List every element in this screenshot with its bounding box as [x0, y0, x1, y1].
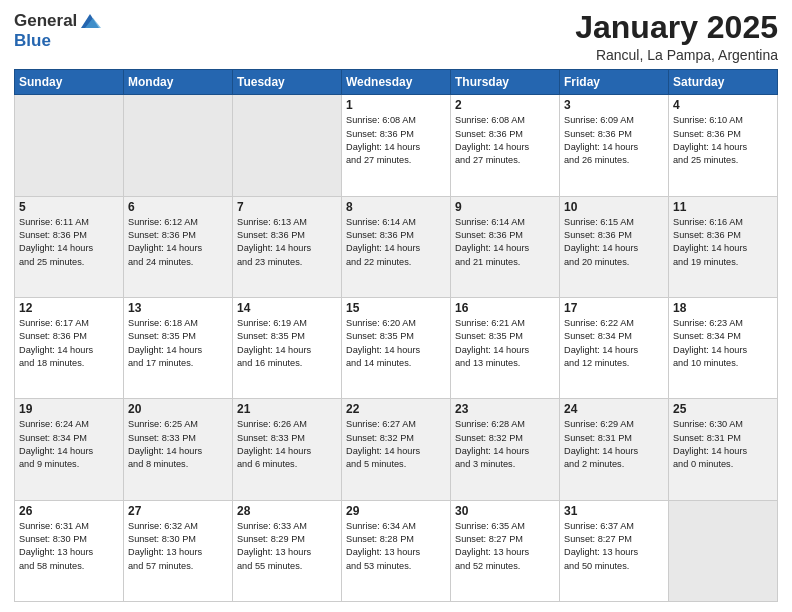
table-row: 17Sunrise: 6:22 AM Sunset: 8:34 PM Dayli… — [560, 297, 669, 398]
day-number: 18 — [673, 301, 773, 315]
day-number: 26 — [19, 504, 119, 518]
day-number: 6 — [128, 200, 228, 214]
day-number: 5 — [19, 200, 119, 214]
day-number: 24 — [564, 402, 664, 416]
logo-blue: Blue — [14, 32, 51, 51]
table-row: 24Sunrise: 6:29 AM Sunset: 8:31 PM Dayli… — [560, 399, 669, 500]
day-info: Sunrise: 6:20 AM Sunset: 8:35 PM Dayligh… — [346, 317, 446, 370]
day-number: 22 — [346, 402, 446, 416]
table-row: 23Sunrise: 6:28 AM Sunset: 8:32 PM Dayli… — [451, 399, 560, 500]
calendar-week-row: 1Sunrise: 6:08 AM Sunset: 8:36 PM Daylig… — [15, 95, 778, 196]
header-tuesday: Tuesday — [233, 70, 342, 95]
table-row — [124, 95, 233, 196]
table-row: 20Sunrise: 6:25 AM Sunset: 8:33 PM Dayli… — [124, 399, 233, 500]
day-number: 13 — [128, 301, 228, 315]
table-row: 26Sunrise: 6:31 AM Sunset: 8:30 PM Dayli… — [15, 500, 124, 601]
day-info: Sunrise: 6:25 AM Sunset: 8:33 PM Dayligh… — [128, 418, 228, 471]
day-number: 10 — [564, 200, 664, 214]
day-number: 12 — [19, 301, 119, 315]
day-info: Sunrise: 6:12 AM Sunset: 8:36 PM Dayligh… — [128, 216, 228, 269]
table-row: 7Sunrise: 6:13 AM Sunset: 8:36 PM Daylig… — [233, 196, 342, 297]
table-row: 28Sunrise: 6:33 AM Sunset: 8:29 PM Dayli… — [233, 500, 342, 601]
day-info: Sunrise: 6:16 AM Sunset: 8:36 PM Dayligh… — [673, 216, 773, 269]
day-info: Sunrise: 6:08 AM Sunset: 8:36 PM Dayligh… — [455, 114, 555, 167]
day-info: Sunrise: 6:22 AM Sunset: 8:34 PM Dayligh… — [564, 317, 664, 370]
day-info: Sunrise: 6:15 AM Sunset: 8:36 PM Dayligh… — [564, 216, 664, 269]
day-info: Sunrise: 6:14 AM Sunset: 8:36 PM Dayligh… — [346, 216, 446, 269]
day-number: 8 — [346, 200, 446, 214]
table-row: 5Sunrise: 6:11 AM Sunset: 8:36 PM Daylig… — [15, 196, 124, 297]
day-info: Sunrise: 6:08 AM Sunset: 8:36 PM Dayligh… — [346, 114, 446, 167]
calendar-table: Sunday Monday Tuesday Wednesday Thursday… — [14, 69, 778, 602]
table-row — [669, 500, 778, 601]
calendar-week-row: 5Sunrise: 6:11 AM Sunset: 8:36 PM Daylig… — [15, 196, 778, 297]
table-row: 11Sunrise: 6:16 AM Sunset: 8:36 PM Dayli… — [669, 196, 778, 297]
calendar-week-row: 12Sunrise: 6:17 AM Sunset: 8:36 PM Dayli… — [15, 297, 778, 398]
header-monday: Monday — [124, 70, 233, 95]
header-thursday: Thursday — [451, 70, 560, 95]
day-info: Sunrise: 6:14 AM Sunset: 8:36 PM Dayligh… — [455, 216, 555, 269]
day-info: Sunrise: 6:37 AM Sunset: 8:27 PM Dayligh… — [564, 520, 664, 573]
title-block: January 2025 Rancul, La Pampa, Argentina — [575, 10, 778, 63]
day-number: 28 — [237, 504, 337, 518]
table-row: 3Sunrise: 6:09 AM Sunset: 8:36 PM Daylig… — [560, 95, 669, 196]
day-info: Sunrise: 6:21 AM Sunset: 8:35 PM Dayligh… — [455, 317, 555, 370]
calendar-subtitle: Rancul, La Pampa, Argentina — [575, 47, 778, 63]
day-info: Sunrise: 6:32 AM Sunset: 8:30 PM Dayligh… — [128, 520, 228, 573]
day-number: 27 — [128, 504, 228, 518]
day-info: Sunrise: 6:35 AM Sunset: 8:27 PM Dayligh… — [455, 520, 555, 573]
day-number: 14 — [237, 301, 337, 315]
calendar-week-row: 26Sunrise: 6:31 AM Sunset: 8:30 PM Dayli… — [15, 500, 778, 601]
header-wednesday: Wednesday — [342, 70, 451, 95]
day-info: Sunrise: 6:19 AM Sunset: 8:35 PM Dayligh… — [237, 317, 337, 370]
day-info: Sunrise: 6:30 AM Sunset: 8:31 PM Dayligh… — [673, 418, 773, 471]
table-row: 4Sunrise: 6:10 AM Sunset: 8:36 PM Daylig… — [669, 95, 778, 196]
table-row: 8Sunrise: 6:14 AM Sunset: 8:36 PM Daylig… — [342, 196, 451, 297]
day-number: 4 — [673, 98, 773, 112]
table-row: 6Sunrise: 6:12 AM Sunset: 8:36 PM Daylig… — [124, 196, 233, 297]
day-number: 7 — [237, 200, 337, 214]
day-number: 31 — [564, 504, 664, 518]
day-number: 3 — [564, 98, 664, 112]
table-row: 10Sunrise: 6:15 AM Sunset: 8:36 PM Dayli… — [560, 196, 669, 297]
header-friday: Friday — [560, 70, 669, 95]
table-row: 16Sunrise: 6:21 AM Sunset: 8:35 PM Dayli… — [451, 297, 560, 398]
day-number: 1 — [346, 98, 446, 112]
table-row: 31Sunrise: 6:37 AM Sunset: 8:27 PM Dayli… — [560, 500, 669, 601]
table-row: 27Sunrise: 6:32 AM Sunset: 8:30 PM Dayli… — [124, 500, 233, 601]
table-row: 25Sunrise: 6:30 AM Sunset: 8:31 PM Dayli… — [669, 399, 778, 500]
weekday-header-row: Sunday Monday Tuesday Wednesday Thursday… — [15, 70, 778, 95]
day-info: Sunrise: 6:17 AM Sunset: 8:36 PM Dayligh… — [19, 317, 119, 370]
header: General Blue January 2025 Rancul, La Pam… — [14, 10, 778, 63]
day-info: Sunrise: 6:13 AM Sunset: 8:36 PM Dayligh… — [237, 216, 337, 269]
day-info: Sunrise: 6:23 AM Sunset: 8:34 PM Dayligh… — [673, 317, 773, 370]
logo-icon — [79, 10, 101, 32]
table-row: 9Sunrise: 6:14 AM Sunset: 8:36 PM Daylig… — [451, 196, 560, 297]
day-info: Sunrise: 6:28 AM Sunset: 8:32 PM Dayligh… — [455, 418, 555, 471]
logo: General Blue — [14, 10, 101, 51]
table-row: 21Sunrise: 6:26 AM Sunset: 8:33 PM Dayli… — [233, 399, 342, 500]
day-number: 23 — [455, 402, 555, 416]
day-number: 9 — [455, 200, 555, 214]
logo-general: General — [14, 12, 77, 31]
day-number: 25 — [673, 402, 773, 416]
day-info: Sunrise: 6:11 AM Sunset: 8:36 PM Dayligh… — [19, 216, 119, 269]
day-info: Sunrise: 6:18 AM Sunset: 8:35 PM Dayligh… — [128, 317, 228, 370]
calendar-title: January 2025 — [575, 10, 778, 45]
day-number: 16 — [455, 301, 555, 315]
table-row: 22Sunrise: 6:27 AM Sunset: 8:32 PM Dayli… — [342, 399, 451, 500]
table-row: 15Sunrise: 6:20 AM Sunset: 8:35 PM Dayli… — [342, 297, 451, 398]
table-row: 1Sunrise: 6:08 AM Sunset: 8:36 PM Daylig… — [342, 95, 451, 196]
day-info: Sunrise: 6:26 AM Sunset: 8:33 PM Dayligh… — [237, 418, 337, 471]
page: General Blue January 2025 Rancul, La Pam… — [0, 0, 792, 612]
day-number: 19 — [19, 402, 119, 416]
day-info: Sunrise: 6:10 AM Sunset: 8:36 PM Dayligh… — [673, 114, 773, 167]
table-row: 14Sunrise: 6:19 AM Sunset: 8:35 PM Dayli… — [233, 297, 342, 398]
table-row: 29Sunrise: 6:34 AM Sunset: 8:28 PM Dayli… — [342, 500, 451, 601]
day-number: 2 — [455, 98, 555, 112]
day-info: Sunrise: 6:29 AM Sunset: 8:31 PM Dayligh… — [564, 418, 664, 471]
day-info: Sunrise: 6:33 AM Sunset: 8:29 PM Dayligh… — [237, 520, 337, 573]
day-number: 21 — [237, 402, 337, 416]
table-row: 30Sunrise: 6:35 AM Sunset: 8:27 PM Dayli… — [451, 500, 560, 601]
day-info: Sunrise: 6:31 AM Sunset: 8:30 PM Dayligh… — [19, 520, 119, 573]
